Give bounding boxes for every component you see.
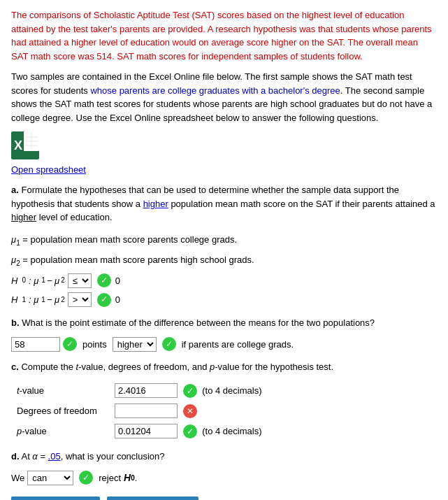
- df-error-icon: ✕: [183, 404, 197, 418]
- t-value-label: t-value: [11, 380, 109, 401]
- mu1-line: μ1 = population mean math score parents …: [11, 231, 437, 250]
- df-row: Degrees of freedom ✕: [11, 401, 268, 421]
- section-c: c. Compute the t-value, degrees of freed…: [11, 360, 437, 442]
- points-label: points: [82, 339, 107, 350]
- intro-paragraph-1: The comparisons of Scholastic Aptitude T…: [11, 8, 437, 63]
- intro-paragraph-2: Two samples are contained in the Excel O…: [11, 70, 437, 124]
- t-decimals: (to 4 decimals): [202, 385, 261, 396]
- section-b: b. What is the point estimate of the dif…: [11, 316, 437, 352]
- p-value-input[interactable]: [115, 424, 178, 438]
- c-table: t-value ✓ (to 4 decimals) Degrees of fre…: [11, 380, 437, 441]
- higher-text-underline: higher: [11, 212, 36, 222]
- points-check-icon: ✓: [63, 337, 77, 351]
- section-c-label: c.: [11, 362, 19, 372]
- we-label: We: [11, 473, 24, 483]
- section-a-label: a.: [11, 185, 19, 195]
- t-value-input[interactable]: [115, 383, 178, 398]
- section-a-text: a. Formulate the hypotheses that can be …: [11, 183, 437, 224]
- mu2-line: μ2 = population mean math score parents …: [11, 252, 437, 270]
- df-input[interactable]: [115, 403, 178, 418]
- section-b-text: b. What is the point estimate of the dif…: [11, 316, 437, 330]
- section-d: d. At α = .05, what is your conclusion? …: [11, 450, 437, 485]
- h0-check-icon: ✓: [97, 273, 111, 287]
- p-value-row: p-value ✓ (to 4 decimals): [11, 421, 268, 441]
- can-select[interactable]: can cannot: [27, 471, 73, 485]
- can-check-icon: ✓: [79, 471, 93, 485]
- b-suffix: if parents are college grads.: [182, 339, 294, 350]
- higher-text-blue: higher: [143, 199, 168, 209]
- conclusion-line: We can cannot ✓ reject H0.: [11, 471, 437, 485]
- higher-check-icon: ✓: [162, 337, 176, 351]
- reject-label: reject: [99, 473, 121, 483]
- h1-zero: 0: [115, 292, 120, 308]
- h1-line: H1: μ1 − μ2 ≤ ≥ = < > ≠ ✓ 0: [11, 292, 437, 308]
- section-d-text: d. At α = .05, what is your conclusion?: [11, 450, 437, 464]
- section-a: a. Formulate the hypotheses that can be …: [11, 183, 437, 308]
- submit-button[interactable]: Submit Answer: [11, 497, 100, 500]
- excel-icon: X: [11, 131, 39, 159]
- section-d-label: d.: [11, 451, 20, 462]
- h0-zero: 0: [115, 273, 120, 289]
- df-cell: ✕: [109, 401, 268, 421]
- section-b-answer: ✓ points higher lower ✓ if parents are c…: [11, 337, 437, 352]
- df-label: Degrees of freedom: [11, 401, 109, 421]
- points-input[interactable]: [11, 337, 60, 352]
- t-value-check-icon: ✓: [183, 384, 197, 398]
- p-value-label: p-value: [11, 421, 109, 441]
- h1-text: H: [11, 292, 17, 308]
- check-work-button[interactable]: Check My Work: [107, 497, 199, 500]
- higher-select[interactable]: higher lower: [113, 337, 157, 352]
- t-value-cell: ✓ (to 4 decimals): [109, 380, 268, 401]
- h0-bold-label: H: [124, 472, 131, 483]
- h1-select[interactable]: ≤ ≥ = < > ≠: [68, 292, 92, 307]
- h0-line: H0: μ1 − μ2 ≤ ≥ = < > ≠ ✓ 0: [11, 273, 437, 289]
- section-c-text: c. Compute the t-value, degrees of freed…: [11, 360, 437, 374]
- period: .: [135, 473, 138, 483]
- section-b-label: b.: [11, 317, 20, 328]
- open-spreadsheet-link[interactable]: Open spreadsheet: [11, 164, 437, 175]
- p-decimals: (to 4 decimals): [202, 426, 261, 436]
- bottom-buttons: Submit Answer Check My Work: [11, 497, 437, 500]
- h0-select[interactable]: ≤ ≥ = < > ≠: [68, 273, 92, 288]
- t-value-row: t-value ✓ (to 4 decimals): [11, 380, 268, 401]
- p-value-check-icon: ✓: [183, 424, 197, 438]
- alpha-text: .05: [48, 451, 61, 462]
- p-value-cell: ✓ (to 4 decimals): [109, 421, 268, 441]
- excel-icon-container: X: [11, 131, 437, 162]
- h1-check-icon: ✓: [97, 293, 111, 307]
- svg-text:X: X: [14, 138, 22, 152]
- h0-text: H: [11, 273, 17, 289]
